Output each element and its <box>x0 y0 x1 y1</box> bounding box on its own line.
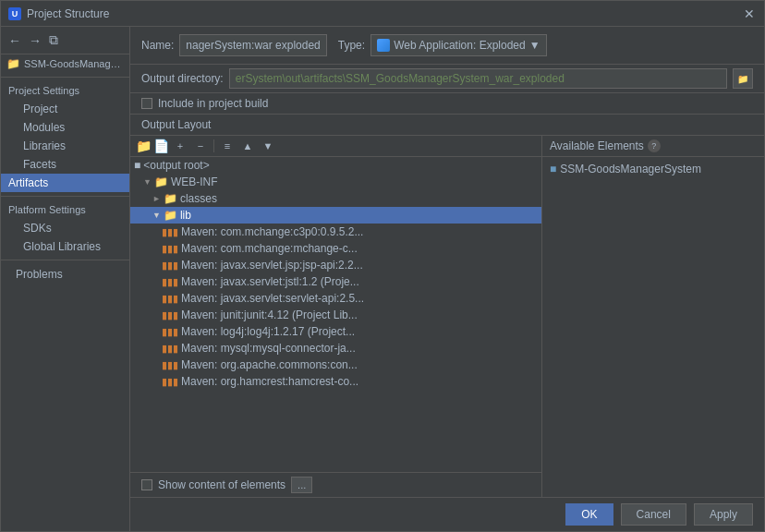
sidebar-item-label: Global Libraries <box>23 240 101 253</box>
layout-item-maven8[interactable]: ▮▮▮ Maven: mysql:mysql-connector-ja... <box>130 340 541 357</box>
show-content-more-button[interactable]: ... <box>291 477 312 493</box>
sidebar-project-item[interactable]: 📁 SSM-GoodsManage... <box>1 54 129 73</box>
layout-item-maven10[interactable]: ▮▮▮ Maven: org.hamcrest:hamcrest-co... <box>130 373 541 390</box>
browse-button[interactable]: 📁 <box>733 68 753 89</box>
sidebar-item-libraries[interactable]: Libraries <box>1 137 129 155</box>
maven-icon-2: ▮▮▮ <box>162 243 178 255</box>
help-icon[interactable]: ? <box>648 139 661 152</box>
layout-item-maven2[interactable]: ▮▮▮ Maven: com.mchange:mchange-c... <box>130 240 541 257</box>
layout-item-maven4[interactable]: ▮▮▮ Maven: javax.servlet:jstl:1.2 (Proje… <box>130 273 541 290</box>
maven-icon-9: ▮▮▮ <box>162 359 178 371</box>
maven-icon-4: ▮▮▮ <box>162 276 178 288</box>
sidebar-section-platform-settings: Platform Settings <box>1 200 129 219</box>
available-elements-panel: Available Elements ? ■ SSM-GoodsManagerS… <box>542 136 764 497</box>
sidebar-item-modules[interactable]: Modules <box>1 118 129 137</box>
sidebar-tree: 📁 SSM-GoodsManage... Project Settings Pr… <box>1 54 129 531</box>
include-checkbox[interactable] <box>141 98 152 109</box>
maven-icon-10: ▮▮▮ <box>162 376 178 388</box>
ok-button[interactable]: OK <box>565 503 613 526</box>
layout-item-maven1[interactable]: ▮▮▮ Maven: com.mchange:c3p0:0.9.5.2... <box>130 224 541 240</box>
layout-item-maven7[interactable]: ▮▮▮ Maven: log4j:log4j:1.2.17 (Project..… <box>130 323 541 340</box>
output-dir-label: Output directory: <box>141 72 224 85</box>
layout-item-maven3[interactable]: ▮▮▮ Maven: javax.servlet.jsp:jsp-api:2.2… <box>130 257 541 273</box>
layout-item-webinf[interactable]: ▼ 📁 WEB-INF <box>130 174 541 190</box>
sidebar: ← → ⧉ 📁 SSM-GoodsManage... Project Setti… <box>1 27 130 531</box>
expand-arrow-icon: ▼ <box>152 211 161 220</box>
include-checkbox-row: Include in project build <box>130 93 764 115</box>
folder-layout-icon: 📁 <box>136 139 152 153</box>
content-area: ← → ⧉ 📁 SSM-GoodsManage... Project Setti… <box>1 27 764 531</box>
name-field-group: Name: nagerSystem:war exploded <box>141 34 327 56</box>
back-button[interactable]: ← <box>6 30 23 50</box>
layout-arrange-button[interactable]: ≡ <box>218 138 237 154</box>
maven-icon-3: ▮▮▮ <box>162 260 178 272</box>
dropdown-arrow-icon: ▼ <box>529 39 540 52</box>
sidebar-item-label: Libraries <box>23 139 66 152</box>
copy-button[interactable]: ⧉ <box>47 30 60 50</box>
toolbar-separator <box>213 139 214 152</box>
type-select[interactable]: Web Application: Exploded ▼ <box>370 34 546 56</box>
name-input[interactable]: nagerSystem:war exploded <box>179 34 326 56</box>
maven-icon-6: ▮▮▮ <box>162 309 178 321</box>
sidebar-item-project[interactable]: Project <box>1 100 129 118</box>
app-icon: U <box>8 7 21 20</box>
sidebar-item-label: Artifacts <box>8 176 48 189</box>
show-content-checkbox[interactable] <box>141 479 152 490</box>
output-dir-input[interactable]: erSystem\out\artifacts\SSM_GoodsManagerS… <box>229 68 727 89</box>
output-root-icon: ■ <box>134 159 140 172</box>
web-app-icon <box>377 39 390 52</box>
layout-item-maven6[interactable]: ▮▮▮ Maven: junit:junit:4.12 (Project Lib… <box>130 307 541 323</box>
layout-add-button[interactable]: + <box>171 138 189 154</box>
sidebar-item-label: SDKs <box>23 222 52 235</box>
layout-item-classes[interactable]: ► 📁 classes <box>130 190 541 207</box>
divider-2 <box>1 196 129 197</box>
cancel-button[interactable]: Cancel <box>621 503 686 526</box>
expand-arrow-icon: ► <box>152 194 161 203</box>
layout-panel: 📁 📄 + − ≡ ▲ ▼ ■ <output root> <box>130 136 764 497</box>
dialog-footer: OK Cancel Apply <box>130 497 764 531</box>
maven-icon-5: ▮▮▮ <box>162 293 178 305</box>
sidebar-item-global-libraries[interactable]: Global Libraries <box>1 237 129 256</box>
close-button[interactable]: ✕ <box>742 6 757 21</box>
layout-down-button[interactable]: ▼ <box>259 138 277 154</box>
divider-3 <box>1 260 129 260</box>
sidebar-section-project-settings: Project Settings <box>1 81 129 100</box>
title-bar: U Project Structure ✕ <box>1 1 764 27</box>
type-field-group: Type: Web Application: Exploded ▼ <box>338 34 547 56</box>
bottom-bar: Show content of elements ... <box>130 472 541 497</box>
layout-item-output-root[interactable]: ■ <output root> <box>130 157 541 174</box>
apply-button[interactable]: Apply <box>694 503 753 526</box>
title-bar-controls: ✕ <box>742 6 757 21</box>
sidebar-item-label: Project <box>23 103 57 115</box>
available-item-ssm[interactable]: ■ SSM-GoodsManagerSystem <box>546 161 760 177</box>
output-layout-label: Output Layout <box>130 115 764 136</box>
classes-folder-icon: 📁 <box>164 192 177 205</box>
sidebar-item-problems[interactable]: Problems <box>1 264 129 284</box>
sidebar-item-label: Facets <box>23 158 56 171</box>
type-label: Type: <box>338 39 365 52</box>
project-folder-icon: 📁 <box>6 57 20 70</box>
sidebar-item-artifacts[interactable]: Artifacts <box>1 174 129 192</box>
sidebar-item-facets[interactable]: Facets <box>1 155 129 174</box>
layout-item-maven5[interactable]: ▮▮▮ Maven: javax.servlet:servlet-api:2.5… <box>130 290 541 307</box>
maven-icon-1: ▮▮▮ <box>162 226 178 238</box>
layout-item-maven9[interactable]: ▮▮▮ Maven: org.apache.commons:con... <box>130 357 541 373</box>
project-item-label: SSM-GoodsManage... <box>24 58 122 69</box>
module-icon: ■ <box>550 163 556 175</box>
sidebar-toolbar: ← → ⧉ <box>1 27 129 54</box>
layout-tree-content: ■ <output root> ▼ 📁 WEB-INF ► 📁 <box>130 157 541 472</box>
show-content-label: Show content of elements <box>158 478 285 491</box>
maven-icon-7: ▮▮▮ <box>162 326 178 338</box>
layout-remove-button[interactable]: − <box>191 138 210 154</box>
available-header-label: Available Elements <box>550 139 644 152</box>
layout-item-lib[interactable]: ▼ 📁 lib <box>130 207 541 224</box>
layout-up-button[interactable]: ▲ <box>238 138 257 154</box>
title-bar-left: U Project Structure <box>8 7 109 20</box>
project-structure-dialog: U Project Structure ✕ ← → ⧉ 📁 SSM-GoodsM… <box>0 0 765 532</box>
expand-arrow-icon: ▼ <box>143 177 152 187</box>
lib-folder-icon: 📁 <box>164 209 177 222</box>
sidebar-item-sdks[interactable]: SDKs <box>1 219 129 237</box>
available-tree: ■ SSM-GoodsManagerSystem <box>542 157 764 497</box>
output-dir-row: Output directory: erSystem\out\artifacts… <box>130 65 764 93</box>
forward-button[interactable]: → <box>27 30 43 50</box>
